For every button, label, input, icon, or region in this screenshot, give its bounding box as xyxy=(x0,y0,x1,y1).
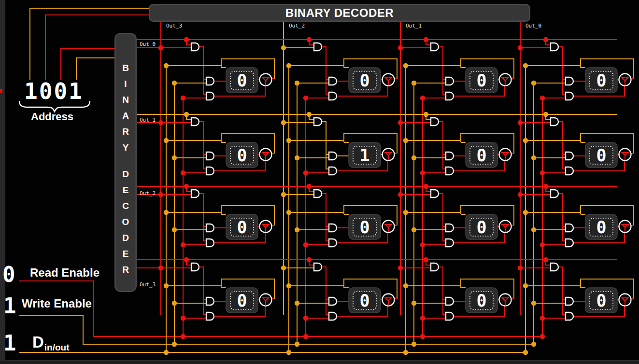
tristate-buffer[interactable] xyxy=(383,221,395,233)
bottom-taskbar-edge xyxy=(0,360,639,364)
and-gate[interactable] xyxy=(206,297,214,305)
tristate-buffer[interactable] xyxy=(260,74,272,86)
tristate-buffer[interactable] xyxy=(619,74,631,86)
junction-dot xyxy=(303,170,308,175)
wire xyxy=(199,122,206,169)
junction-dot xyxy=(424,37,428,42)
and-gate[interactable] xyxy=(431,43,439,51)
tristate-buffer[interactable] xyxy=(260,221,272,233)
junction-dot xyxy=(420,96,425,100)
and-gate[interactable] xyxy=(566,77,573,85)
and-gate[interactable] xyxy=(191,43,199,51)
tristate-buffer[interactable] xyxy=(619,221,631,233)
memory-display[interactable]: 0 xyxy=(349,214,381,239)
and-gate[interactable] xyxy=(551,263,558,271)
tristate-buffer[interactable] xyxy=(499,221,511,233)
and-gate[interactable] xyxy=(329,152,337,160)
and-gate[interactable] xyxy=(431,118,439,126)
left-binary-decoder-chip[interactable]: BINARYDECODER xyxy=(114,33,137,292)
and-gate[interactable] xyxy=(446,297,454,305)
memory-display[interactable]: 0 xyxy=(585,142,617,168)
and-gate[interactable] xyxy=(329,312,337,320)
memory-display[interactable]: 0 xyxy=(585,68,617,93)
memory-display[interactable]: 0 xyxy=(349,288,381,313)
and-gate[interactable] xyxy=(206,224,214,232)
and-gate[interactable] xyxy=(206,167,214,175)
and-gate[interactable] xyxy=(314,190,322,197)
memory-display[interactable]: 0 xyxy=(466,288,497,313)
and-gate[interactable] xyxy=(446,167,454,175)
and-gate[interactable] xyxy=(566,239,573,247)
top-binary-decoder-chip[interactable]: BINARY DECODER xyxy=(149,4,530,22)
memory-display[interactable]: 0 xyxy=(226,68,258,93)
and-gate[interactable] xyxy=(191,190,199,197)
and-gate[interactable] xyxy=(551,118,558,126)
and-gate[interactable] xyxy=(446,152,454,160)
junction-dot xyxy=(307,112,312,117)
and-gate[interactable] xyxy=(566,297,573,305)
memory-display[interactable]: 1 xyxy=(349,142,381,168)
and-gate[interactable] xyxy=(314,263,322,271)
memory-display[interactable]: 0 xyxy=(585,214,617,239)
wire xyxy=(199,267,206,314)
tristate-buffer[interactable] xyxy=(499,149,511,161)
and-gate[interactable] xyxy=(329,239,337,247)
tristate-buffer[interactable] xyxy=(260,149,272,161)
and-gate[interactable] xyxy=(551,43,558,51)
wire xyxy=(558,194,566,241)
and-gate[interactable] xyxy=(206,239,214,247)
tristate-buffer[interactable] xyxy=(619,294,631,306)
and-gate[interactable] xyxy=(431,263,439,271)
read-enable-input-value[interactable]: 0 xyxy=(2,265,15,284)
and-gate[interactable] xyxy=(314,43,322,51)
and-gate[interactable] xyxy=(329,224,337,232)
junction-dot xyxy=(295,81,299,85)
memory-display[interactable]: 0 xyxy=(466,142,497,168)
tristate-buffer[interactable] xyxy=(383,294,395,306)
data-inout-input-value[interactable]: 1 xyxy=(3,334,16,353)
address-input-value[interactable]: 1001 xyxy=(24,82,84,101)
and-gate[interactable] xyxy=(566,92,573,100)
tristate-buffer[interactable] xyxy=(619,149,631,161)
and-gate[interactable] xyxy=(551,190,558,197)
write-enable-input-value[interactable]: 1 xyxy=(3,296,16,316)
junction-dot xyxy=(403,283,408,288)
memory-display[interactable]: 0 xyxy=(226,288,258,313)
and-gate[interactable] xyxy=(206,312,214,320)
memory-display[interactable]: 0 xyxy=(349,68,381,93)
and-gate[interactable] xyxy=(446,312,454,320)
and-gate[interactable] xyxy=(206,152,214,160)
and-gate[interactable] xyxy=(446,224,454,232)
memory-display[interactable]: 0 xyxy=(226,214,258,239)
and-gate[interactable] xyxy=(431,190,439,197)
and-gate[interactable] xyxy=(206,92,214,100)
and-gate[interactable] xyxy=(329,92,337,100)
tristate-buffer[interactable] xyxy=(383,74,395,86)
and-gate[interactable] xyxy=(191,263,199,271)
and-gate[interactable] xyxy=(191,118,199,126)
memory-cell-value: 0 xyxy=(237,291,247,310)
and-gate[interactable] xyxy=(566,312,573,320)
and-gate[interactable] xyxy=(566,224,573,232)
junction-dot xyxy=(531,227,536,232)
and-gate[interactable] xyxy=(329,77,337,85)
tristate-buffer[interactable] xyxy=(499,294,511,306)
and-gate[interactable] xyxy=(329,297,337,305)
and-gate[interactable] xyxy=(566,167,573,175)
junction-dot xyxy=(543,112,548,117)
and-gate[interactable] xyxy=(329,167,337,175)
tristate-buffer[interactable] xyxy=(260,294,272,306)
and-gate[interactable] xyxy=(206,77,214,85)
memory-display[interactable]: 0 xyxy=(226,142,258,168)
and-gate[interactable] xyxy=(314,118,322,126)
tristate-buffer[interactable] xyxy=(383,149,395,161)
tristate-buffer[interactable] xyxy=(499,74,511,86)
and-gate[interactable] xyxy=(446,92,454,100)
memory-display[interactable]: 0 xyxy=(466,214,497,239)
memory-display[interactable]: 0 xyxy=(585,288,617,313)
and-gate[interactable] xyxy=(566,152,573,160)
memory-display[interactable]: 0 xyxy=(466,68,497,93)
and-gate[interactable] xyxy=(446,77,454,85)
junction-dot xyxy=(286,138,291,143)
and-gate[interactable] xyxy=(446,239,454,247)
